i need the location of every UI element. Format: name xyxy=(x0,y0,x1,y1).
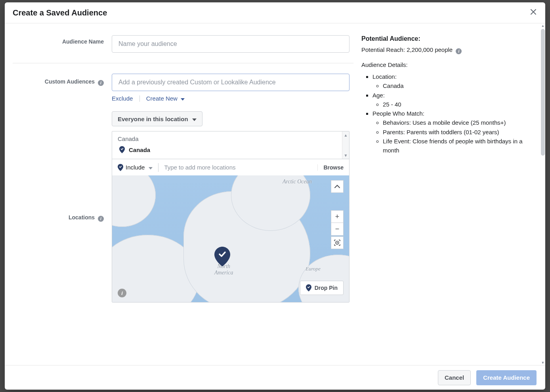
svg-point-1 xyxy=(336,242,338,243)
audience-name-input[interactable] xyxy=(112,35,349,53)
scroll-down-icon[interactable]: ▼ xyxy=(540,360,545,365)
map-pin-icon xyxy=(119,146,125,153)
modal-footer: Cancel Create Audience xyxy=(5,365,545,390)
audience-name-label: Audience Name xyxy=(13,35,112,53)
scroll-up-icon[interactable]: ▲ xyxy=(540,23,545,28)
create-new-link[interactable]: Create New xyxy=(146,95,185,102)
cancel-button[interactable]: Cancel xyxy=(438,370,471,385)
create-audience-modal: Create a Saved Audience ▲ ▼ Audience Nam… xyxy=(5,2,545,390)
modal-header: Create a Saved Audience xyxy=(5,2,545,23)
audience-details-list: Location: Canada Age: 25 - 40 People Who… xyxy=(361,72,537,155)
info-icon[interactable]: i xyxy=(98,216,104,222)
browse-link[interactable]: Browse xyxy=(317,164,344,171)
locations-box: ▲ ▼ Canada Canada xyxy=(112,131,349,303)
map-zoom-out-button[interactable]: − xyxy=(331,223,344,236)
potential-reach: Potential Reach: 2,200,000 people i xyxy=(361,46,537,54)
location-map[interactable]: Arctic Ocean North America Europe + xyxy=(112,175,349,302)
chevron-down-icon xyxy=(181,95,185,102)
location-selected-item[interactable]: Canada xyxy=(118,146,344,153)
map-pin-icon xyxy=(118,164,123,171)
add-location-input[interactable] xyxy=(164,159,317,175)
map-info-icon[interactable]: i xyxy=(118,289,126,297)
audience-summary-panel: Potential Audience: Potential Reach: 2,2… xyxy=(353,35,537,307)
location-list-scrollbar[interactable]: ▲ ▼ xyxy=(342,131,349,159)
map-zoom-in-button[interactable]: + xyxy=(331,210,344,223)
location-scope-dropdown[interactable]: Everyone in this location xyxy=(112,111,202,126)
include-exclude-dropdown[interactable]: Include xyxy=(118,164,153,171)
map-collapse-button[interactable] xyxy=(331,180,344,193)
scroll-thumb[interactable] xyxy=(541,29,545,156)
info-icon[interactable]: i xyxy=(456,48,462,54)
locations-row: Locations i Everyone in this location ▲ xyxy=(13,111,353,307)
modal-title: Create a Saved Audience xyxy=(13,8,107,17)
scroll-up-icon[interactable]: ▲ xyxy=(342,131,349,139)
custom-audiences-label: Custom Audiences i xyxy=(13,74,112,102)
modal-body: ▲ ▼ Audience Name Custom Audiences i xyxy=(5,23,545,365)
create-audience-button[interactable]: Create Audience xyxy=(476,370,537,385)
map-marker-icon xyxy=(214,247,230,263)
location-search-header: Canada xyxy=(118,135,344,142)
potential-audience-title: Potential Audience: xyxy=(361,35,537,42)
location-name: Canada xyxy=(129,147,150,153)
audience-name-row: Audience Name xyxy=(13,35,353,63)
close-icon[interactable] xyxy=(529,8,537,17)
locations-label: Locations i xyxy=(13,111,112,303)
custom-audiences-row: Custom Audiences i Exclude Create New xyxy=(13,74,353,107)
info-icon[interactable]: i xyxy=(98,80,104,86)
chevron-down-icon xyxy=(149,164,153,171)
audience-details-title: Audience Details: xyxy=(361,61,537,68)
drop-pin-button[interactable]: Drop Pin xyxy=(300,281,344,295)
scrollbar[interactable]: ▲ ▼ xyxy=(540,23,545,365)
map-label-europe: Europe xyxy=(306,266,321,272)
exclude-link[interactable]: Exclude xyxy=(112,95,133,102)
custom-audiences-input[interactable] xyxy=(112,74,349,91)
detail-age: Age: 25 - 40 xyxy=(372,91,537,109)
chevron-down-icon xyxy=(192,116,197,122)
detail-location: Location: Canada xyxy=(372,72,537,91)
map-label-arctic-ocean: Arctic Ocean xyxy=(283,179,312,185)
map-locate-button[interactable] xyxy=(331,236,344,249)
map-pin-icon xyxy=(306,284,311,291)
detail-match: People Who Match: Behaviors: Uses a mobi… xyxy=(372,109,537,155)
scroll-down-icon[interactable]: ▼ xyxy=(342,152,349,159)
